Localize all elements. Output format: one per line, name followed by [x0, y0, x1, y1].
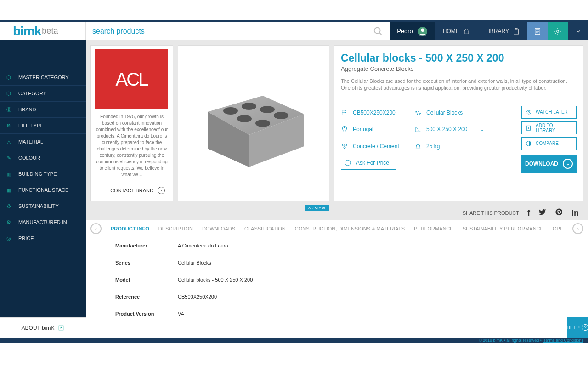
tabs-row: ‹ PRODUCT INFODESCRIPTIONDOWNLOADSCLASSI…	[86, 220, 588, 237]
about-label: ABOUT bimK	[22, 325, 55, 331]
product-info-table: ManufacturerA Cimenteira do LouroSeriesC…	[86, 237, 588, 338]
sidebar-item-label: MASTER CATEGORY	[18, 75, 69, 80]
sidebar-item-manufactured-in[interactable]: ⚙MANUFACTURED IN	[0, 214, 86, 230]
table-value: V4	[178, 311, 184, 316]
terms-link[interactable]: Terms and Conditions	[543, 338, 583, 343]
user-name: Pedro	[397, 28, 413, 34]
help-button[interactable]: HELP	[567, 317, 588, 338]
search-input[interactable]	[92, 27, 373, 35]
nav-library[interactable]: LIBRARY	[478, 22, 527, 40]
watch-later-button[interactable]: WATCH LATER	[521, 106, 577, 119]
svg-point-21	[344, 128, 345, 129]
search-icon[interactable]	[373, 26, 383, 36]
sidebar-item-file-type[interactable]: 🗎FILE TYPE	[0, 117, 86, 133]
tab-product-info[interactable]: PRODUCT INFO	[111, 226, 149, 231]
sidebar: ⬡MASTER CATEGORY⬡CATEGORYⒷBRAND🗎FILE TYP…	[0, 40, 86, 338]
product-description: The Cellular Blocks are used for the exe…	[341, 78, 577, 92]
flag-icon	[341, 109, 348, 116]
sidebar-item-label: MANUFACTURED IN	[18, 219, 67, 225]
brand-card: ACL Founded in 1975, our growth is based…	[90, 45, 173, 201]
sidebar-icon: 🗎	[6, 122, 12, 129]
tab-downloads[interactable]: DOWNLOADS	[202, 226, 235, 231]
share-label: SHARE THIS PRODUCT	[463, 210, 519, 216]
table-value[interactable]: Cellular Blocks	[178, 260, 211, 265]
table-row: ModelCellular blocks - 500 X 250 X 200	[86, 271, 588, 288]
tabs-next-button[interactable]: ›	[572, 223, 583, 234]
logo[interactable]: bimk beta	[0, 22, 86, 40]
sidebar-item-master-category[interactable]: ⬡MASTER CATEGORY	[0, 69, 86, 85]
tab-classification[interactable]: CLASSIFICATION	[244, 226, 286, 231]
contact-brand-label: CONTACT BRAND	[110, 188, 153, 193]
sidebar-item-material[interactable]: △MATERIAL	[0, 133, 86, 150]
help-label: HELP	[566, 325, 580, 330]
nav-dropdown-button[interactable]	[568, 22, 588, 40]
add-to-library-button[interactable]: ADD TO LIBRARY	[521, 121, 577, 134]
spec-country-value: Portugal	[353, 126, 373, 132]
price-icon	[344, 159, 351, 167]
table-value: Cellular blocks - 500 X 250 X 200	[178, 277, 253, 282]
svg-point-18	[274, 112, 288, 119]
sidebar-icon: △	[6, 138, 12, 145]
sidebar-icon: ▦	[6, 187, 12, 193]
sidebar-item-label: BRAND	[18, 107, 36, 112]
product-image-card: 3D VIEW	[178, 45, 329, 201]
3d-view-badge[interactable]: 3D VIEW	[305, 205, 329, 211]
compare-button[interactable]: COMPARE	[521, 137, 577, 150]
library-add-icon	[526, 125, 532, 131]
sidebar-item-label: CATEGORY	[18, 91, 46, 96]
product-info-row: CB500X250X200 Cellular Blocks Portugal	[341, 106, 577, 173]
sidebar-item-building-type[interactable]: ▥BUILDING TYPE	[0, 166, 86, 182]
pin-icon	[341, 126, 348, 133]
sidebar-item-label: COLOUR	[18, 155, 40, 161]
user-avatar-icon	[418, 26, 428, 36]
facebook-icon[interactable]: f	[527, 208, 530, 218]
sidebar-icon: Ⓑ	[6, 106, 12, 113]
sidebar-item-label: PRICE	[18, 236, 34, 241]
sidebar-item-label: MATERIAL	[18, 139, 43, 144]
user-menu[interactable]: Pedro	[390, 22, 435, 40]
spec-dimensions[interactable]: 500 X 250 X 200 ⌄	[414, 122, 488, 136]
sidebar-item-brand[interactable]: ⒷBRAND	[0, 101, 86, 117]
linkedin-icon[interactable]: in	[571, 208, 579, 218]
pinterest-icon[interactable]	[555, 208, 563, 218]
sidebar-item-label: SUSTAINABILITY	[18, 203, 59, 209]
sidebar-item-label: FUNCTIONAL SPACE	[18, 187, 68, 193]
tab-operations-maintenance[interactable]: OPERATIONS & MAINTENANCE	[553, 226, 563, 231]
brand-description: Founded in 1975, our growth is based on …	[95, 114, 169, 178]
sidebar-item-sustainability[interactable]: ♻SUSTAINABILITY	[0, 198, 86, 214]
sidebar-item-colour[interactable]: ✎COLOUR	[0, 150, 86, 166]
spec-material: Concrete / Cement	[341, 139, 414, 153]
chevron-down-icon: ⌄	[480, 127, 484, 132]
nav-home[interactable]: HOME	[435, 22, 478, 40]
tab-sustainability-performance[interactable]: SUSTAINABILITY PERFORMANCE	[463, 226, 543, 231]
share-row: SHARE THIS PRODUCT f in	[86, 206, 588, 220]
tabs-prev-button[interactable]: ‹	[90, 223, 102, 234]
product-subtitle: Aggregate Concrete Blocks	[341, 65, 577, 72]
svg-point-23	[345, 144, 347, 146]
sidebar-item-functional-space[interactable]: ▦FUNCTIONAL SPACE	[0, 182, 86, 198]
sidebar-item-price[interactable]: ◎PRICE	[0, 230, 86, 246]
watch-later-label: WATCH LATER	[536, 109, 568, 115]
logo-text: bimk	[13, 24, 41, 39]
svg-point-20	[255, 120, 270, 127]
product-top-row: ACL Founded in 1975, our growth is based…	[86, 40, 588, 206]
tab-description[interactable]: DESCRIPTION	[158, 226, 193, 231]
header-bar: bimk beta Pedro HOME LIBRARY	[0, 20, 588, 40]
chevron-down-icon	[575, 28, 582, 34]
table-row: ReferenceCB500X250X200	[86, 288, 588, 305]
twitter-icon[interactable]	[538, 208, 547, 218]
about-link[interactable]: ABOUT bimK	[0, 317, 86, 338]
nav-settings-button[interactable]	[548, 22, 568, 40]
download-arrow-icon: ⌄	[563, 159, 573, 169]
table-key: Product Version	[86, 311, 178, 316]
ask-for-price-button[interactable]: Ask For Price	[341, 156, 396, 170]
tab-construction-dimensions-materials[interactable]: CONSTRUCTION, DIMENSIONS & MATERIALS	[295, 226, 405, 231]
sidebar-item-category[interactable]: ⬡CATEGORY	[0, 85, 86, 101]
material-icon	[341, 143, 348, 150]
nav-doc-button[interactable]	[527, 22, 548, 40]
spec-weight-value: 25 kg	[426, 143, 440, 150]
contact-brand-button[interactable]: CONTACT BRAND ›	[95, 184, 169, 197]
logo-beta: beta	[42, 26, 58, 36]
download-button[interactable]: DOWNLOAD ⌄	[521, 155, 577, 173]
tab-performance[interactable]: PERFORMANCE	[414, 226, 453, 231]
